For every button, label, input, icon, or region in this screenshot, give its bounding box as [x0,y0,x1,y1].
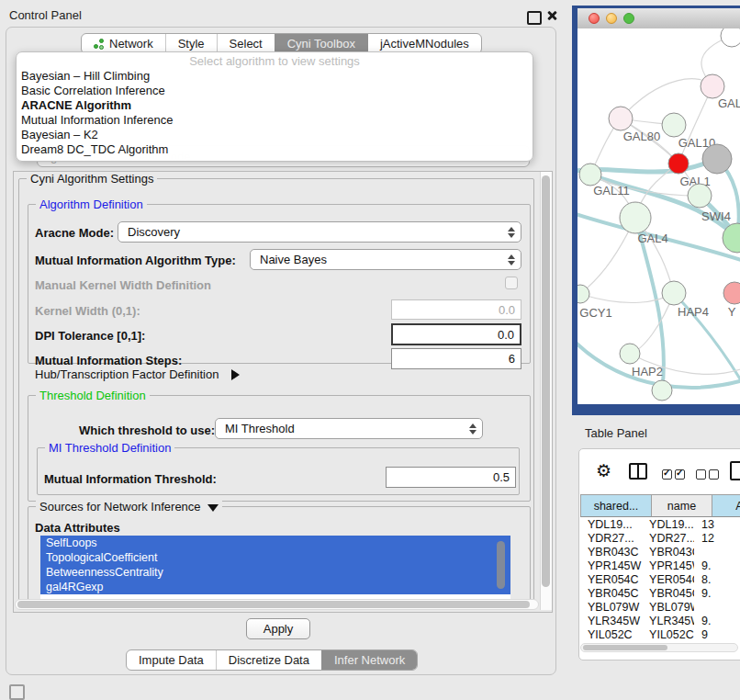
tab-label: Select [230,37,263,51]
network-node-y[interactable] [723,282,740,304]
mi-algorithm-type-combo[interactable]: Naive Bayes [250,249,521,270]
minimize-traffic-light-icon[interactable] [606,13,617,24]
table-cell: YER054C [580,573,642,587]
table-cell: 9. [694,615,740,628]
column-header-shared[interactable]: shared... [580,494,652,517]
dpi-tolerance-input[interactable] [391,323,521,345]
table-cell: YER054C [642,573,694,587]
mi-threshold-input[interactable] [386,467,516,488]
gear-icon[interactable] [596,462,614,480]
tab-style[interactable]: Style [165,34,217,53]
close-icon[interactable] [545,9,558,22]
aracne-mode-label: Aracne Mode: [35,226,114,240]
column-header-a[interactable]: A [712,494,740,517]
tab-infer-network[interactable]: Infer Network [321,650,417,670]
aracne-mode-value: Discovery [128,225,508,239]
table-scrollbar-thumb[interactable] [583,645,667,650]
network-window-titlebar[interactable] [577,8,740,29]
network-node[interactable] [721,28,740,47]
table-row[interactable]: YIL052CYIL052C9 [580,628,740,642]
network-canvas[interactable]: GALGAL80GAL10GAL1GAL11GAL4SWI4GCY1HAP4YH… [577,28,740,404]
tab-jactivemnodules[interactable]: jActiveMNodules [367,34,481,53]
split-columns-icon[interactable] [629,463,647,480]
node-label-gal: GAL [718,96,740,110]
attribute-item-topologicalcoefficient[interactable]: TopologicalCoefficient [40,550,510,565]
which-threshold-combo[interactable]: MI Threshold [215,418,483,439]
table-row[interactable]: YDR27...YDR27...12 [580,532,740,546]
data-attributes-list[interactable]: SelfLoopsTopologicalCoefficientBetweenne… [40,536,510,599]
document-icon[interactable] [730,461,740,480]
which-threshold-label: Which threshold to use: [79,423,215,437]
kernel-width-input[interactable] [391,299,521,320]
hub-factor-section[interactable]: Hub/Transcription Factor Definition [35,367,240,381]
table-cell: YBR043C [642,546,694,559]
expand-arrow-icon[interactable] [231,369,240,380]
tab-network[interactable]: Network [82,34,165,53]
algorithm-option-aracne-algorithm[interactable]: ARACNE Algorithm [17,98,533,113]
manual-kernel-checkbox[interactable] [505,277,518,289]
show-columns-icon[interactable] [662,467,688,483]
horizontal-scrollbar[interactable] [15,599,539,610]
network-node[interactable] [652,380,672,401]
algorithm-option-bayesian-hill-climbing[interactable]: Bayesian – Hill Climbing [17,69,533,84]
table-row[interactable]: YLR345WYLR345W9. [580,615,740,628]
panel-title: Control Panel [9,8,82,22]
network-node-hap2[interactable] [620,344,640,364]
stepper-icon [508,254,515,265]
network-node-gal80[interactable] [609,107,633,130]
algorithm-option-bayesian-k2[interactable]: Bayesian – K2 [17,128,533,142]
tab-discretize-data[interactable]: Discretize Data [216,650,321,670]
network-edge [621,79,712,119]
list-scrollbar-thumb[interactable] [497,541,505,589]
network-node-gal11[interactable] [579,164,601,186]
collapse-arrow-icon[interactable] [207,504,219,512]
network-node-gal4[interactable] [620,202,651,233]
collapsed-panel-button[interactable] [9,684,25,700]
table-row[interactable]: YBR043CYBR043C [580,546,740,559]
table-row[interactable]: YER054CYER054C8. [580,573,740,587]
horizontal-scrollbar-thumb[interactable] [17,601,530,608]
tab-impute-data[interactable]: Impute Data [127,650,216,670]
table-row[interactable]: YBL079WYBL079W [580,601,740,615]
table-cell: YDL19... [642,518,694,532]
network-node-gal10[interactable] [662,113,686,137]
attribute-item-gal4rgexp[interactable]: gal4RGexp [40,580,510,594]
table-horizontal-scrollbar[interactable] [580,643,738,652]
hide-columns-icon[interactable] [696,467,722,483]
vertical-scrollbar-thumb[interactable] [542,175,550,587]
network-node-gal[interactable] [701,74,724,98]
table-row[interactable]: YDL19...YDL19...13 [580,518,740,532]
float-window-icon[interactable] [527,11,542,25]
sources-group-title[interactable]: Sources for Network Inference [36,500,222,514]
table-cell: YIL052C [580,628,642,642]
network-node[interactable] [688,184,712,208]
zoom-traffic-light-icon[interactable] [623,13,634,24]
apply-button[interactable]: Apply [246,618,310,639]
algorithm-placeholder: Select algorithm to view settings [17,54,533,69]
network-node-gal1[interactable] [668,153,689,174]
algorithm-option-dream8-dc-tdc-algorithm[interactable]: Dream8 DC_TDC Algorithm [17,142,533,157]
mi-algorithm-type-label: Mutual Information Algorithm Type: [35,254,236,267]
tab-label: Impute Data [139,653,204,667]
node-label-y: Y [728,305,736,319]
hub-factor-label: Hub/Transcription Factor Definition [35,367,219,381]
attribute-item-selfloops[interactable]: SelfLoops [40,536,510,550]
column-header-name[interactable]: name [652,494,712,517]
tab-cyni-toolbox[interactable]: Cyni Toolbox [275,34,367,53]
table-row[interactable]: YBR045CYBR045C9. [580,587,740,601]
tab-select[interactable]: Select [217,34,275,53]
attribute-item-betweennesscentrality[interactable]: BetweennessCentrality [40,565,510,580]
table-cell: YIL052C [642,628,694,642]
table-row[interactable]: YPR145WYPR145W9. [580,559,740,573]
network-node[interactable] [702,144,732,174]
close-traffic-light-icon[interactable] [589,13,600,24]
algorithm-option-basic-correlation-inference[interactable]: Basic Correlation Inference [17,84,533,98]
table-cell: 9. [694,559,740,573]
network-node-hap4[interactable] [662,281,686,305]
table-cell: 9 [694,628,740,642]
mi-steps-input[interactable] [391,348,521,369]
network-view-window[interactable]: GALGAL80GAL10GAL1GAL11GAL4SWI4GCY1HAP4YH… [572,6,740,415]
algorithm-option-mutual-information-inference[interactable]: Mutual Information Inference [17,113,533,128]
aracne-mode-combo[interactable]: Discovery [118,221,521,243]
table-panel-title: Table Panel [585,426,647,440]
